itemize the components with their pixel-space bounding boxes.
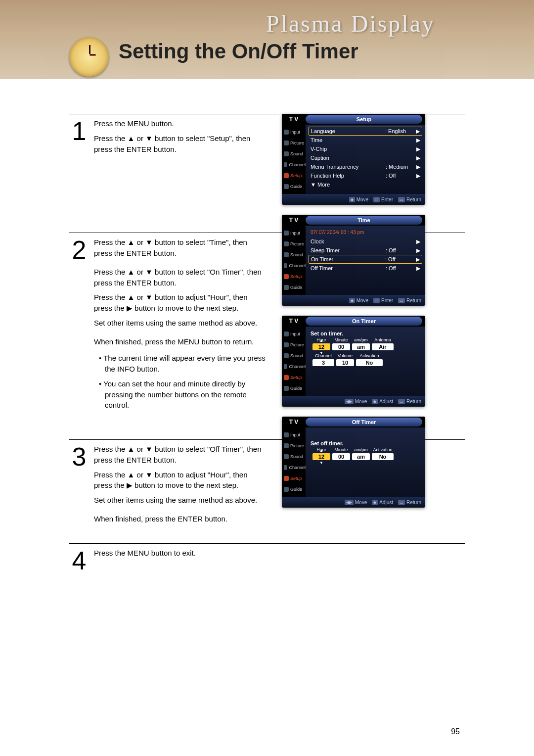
osd-menu-row[interactable]: V-Chip▶ — [309, 144, 422, 153]
osd-field-value[interactable]: 12 — [312, 453, 330, 460]
osd-sidebar-item[interactable]: Guide — [282, 383, 306, 394]
osd-field-value[interactable]: Air — [372, 343, 394, 350]
osd-field-value[interactable]: 00 — [332, 343, 350, 350]
osd-sidebar-item[interactable]: Input — [282, 228, 306, 238]
osd-sidebar-item[interactable]: Guide — [282, 484, 306, 495]
osd-sidebar-label: Sound — [290, 252, 303, 257]
osd-sidebar-item[interactable]: Setup — [282, 372, 306, 383]
osd-column: T V Setup InputPictureSoundChannelSetupG… — [282, 114, 425, 518]
osd-field-value[interactable]: 12 — [312, 343, 330, 350]
osd-footer: ◀▶Move ◆Adjust ▭Return — [282, 396, 425, 407]
osd-sidebar-item[interactable]: Input — [282, 127, 306, 138]
osd-time: T V Time InputPictureSoundChannelSetupGu… — [282, 215, 425, 306]
osd-sidebar-icon — [284, 386, 289, 391]
osd-sidebar-item[interactable]: Channel — [282, 361, 306, 372]
osd-sidebar-label: Sound — [290, 454, 303, 459]
osd-field-value[interactable]: 10 — [336, 359, 354, 366]
move-icon: ◀▶ — [345, 399, 354, 404]
osd-sidebar-item[interactable]: Picture — [282, 440, 306, 451]
osd-sidebar-icon — [284, 231, 289, 236]
step-number: 2 — [69, 237, 89, 415]
osd-menu-row[interactable]: Function Help: Off▶ — [309, 171, 422, 180]
osd-tv-label: T V — [282, 318, 306, 325]
osd-sidebar-item[interactable]: Picture — [282, 138, 306, 148]
osd-field-value[interactable]: am — [352, 343, 370, 350]
osd-menu-row[interactable]: Time▶ — [309, 136, 422, 144]
footer-move: Move — [356, 298, 368, 303]
step-line: Press the ▲ or ▼ button to select "On Ti… — [94, 267, 267, 288]
move-icon: ◆ — [349, 298, 355, 303]
osd-sidebar-item[interactable]: Channel — [282, 462, 306, 473]
step-number: 4 — [69, 548, 89, 573]
caret-right-icon: ▶ — [415, 137, 422, 143]
osd-sidebar-icon — [284, 465, 287, 470]
step-line: Set other items using the same method as… — [94, 318, 267, 329]
step-line: Press the ▲ or ▼ button to adjust "Hour"… — [94, 470, 267, 491]
osd-footer: ◆Move ⏎Enter ▭Return — [282, 295, 425, 306]
osd-sidebar-label: Guide — [290, 386, 302, 391]
osd-menu-row[interactable]: Menu Transparency: Medium▶ — [309, 162, 422, 171]
osd-field-value[interactable]: No — [356, 359, 383, 366]
osd-row-value: : Off — [386, 247, 415, 253]
osd-sidebar-item[interactable]: Sound — [282, 350, 306, 361]
move-icon: ◆ — [349, 197, 355, 202]
osd-menu-row[interactable]: Caption▶ — [309, 153, 422, 162]
osd-sidebar-label: Input — [290, 432, 300, 437]
osd-off-timer: T V Off Timer InputPictureSoundChannelSe… — [282, 417, 425, 508]
step-line: Press the ▲ or ▼ button to adjust "Hour"… — [94, 292, 267, 314]
caret-right-icon: ▶ — [415, 155, 422, 161]
osd-field-value[interactable]: No — [372, 453, 394, 460]
osd-sidebar-icon — [284, 476, 289, 481]
osd-title: On Timer — [306, 317, 422, 326]
osd-sidebar-item[interactable]: Setup — [282, 170, 306, 181]
osd-sidebar-item[interactable]: Picture — [282, 238, 306, 249]
osd-sidebar-item[interactable]: Channel — [282, 159, 306, 170]
osd-menu-row[interactable]: Clock▶ — [309, 237, 422, 246]
osd-sidebar-item[interactable]: Input — [282, 329, 306, 339]
osd-on-timer: T V On Timer InputPictureSoundChannelSet… — [282, 316, 425, 407]
osd-sidebar-label: Picture — [290, 241, 304, 246]
osd-field-value[interactable]: 00 — [332, 453, 350, 460]
osd-sidebar-item[interactable]: Sound — [282, 451, 306, 462]
osd-sidebar-icon — [284, 454, 289, 459]
osd-sidebar-icon — [284, 184, 289, 189]
osd-sidebar-label: Setup — [290, 476, 302, 481]
osd-sidebar-label: Channel — [289, 465, 306, 470]
osd-sidebar-icon — [284, 364, 287, 369]
osd-sidebar-item[interactable]: Guide — [282, 181, 306, 192]
caret-right-icon: ▶ — [415, 265, 422, 272]
osd-sidebar-item[interactable]: Picture — [282, 339, 306, 350]
osd-sidebar-item[interactable]: Setup — [282, 271, 306, 282]
osd-sidebar-item[interactable]: Sound — [282, 249, 306, 260]
osd-row-label: Caption — [309, 155, 386, 161]
osd-footer: ◆Move ⏎Enter ▭Return — [282, 194, 425, 205]
osd-field-value[interactable]: am — [352, 453, 370, 460]
step-bullet: • The current time will appear every tim… — [99, 353, 267, 375]
osd-field-value[interactable]: 3 — [312, 359, 334, 366]
osd-row-label: Sleep Timer — [309, 247, 386, 253]
osd-menu-row[interactable]: ▼ More — [309, 180, 422, 189]
osd-title: Time — [306, 216, 422, 225]
osd-menu-row[interactable]: Sleep Timer: Off▶ — [309, 246, 422, 255]
osd-menu-row[interactable]: On Timer: Off▶ — [309, 255, 422, 264]
osd-sidebar-item[interactable]: Sound — [282, 148, 306, 159]
osd-sidebar-label: Setup — [290, 375, 302, 380]
osd-row-label: Language — [309, 128, 385, 134]
page-number: 95 — [451, 727, 460, 736]
osd-sidebar-icon — [284, 241, 289, 246]
osd-sidebar-icon — [284, 141, 289, 145]
osd-subhead: Set on timer. — [309, 329, 422, 337]
osd-sidebar-icon — [284, 252, 289, 257]
page-heading: Setting the On/Off Timer — [119, 40, 358, 63]
osd-sidebar-item[interactable]: Input — [282, 429, 306, 440]
osd-menu-row[interactable]: Off Timer: Off▶ — [309, 264, 422, 273]
osd-setup: T V Setup InputPictureSoundChannelSetupG… — [282, 114, 425, 205]
osd-sidebar-item[interactable]: Channel — [282, 260, 306, 271]
osd-sidebar-item[interactable]: Setup — [282, 473, 306, 484]
footer-return: Return — [406, 500, 421, 505]
banner-title: Plasma Display — [266, 10, 435, 37]
osd-menu-row[interactable]: Language: English▶ — [309, 127, 422, 136]
osd-sidebar-icon — [284, 443, 289, 448]
osd-sidebar-item[interactable]: Guide — [282, 282, 306, 293]
osd-sidebar-icon — [284, 353, 289, 358]
